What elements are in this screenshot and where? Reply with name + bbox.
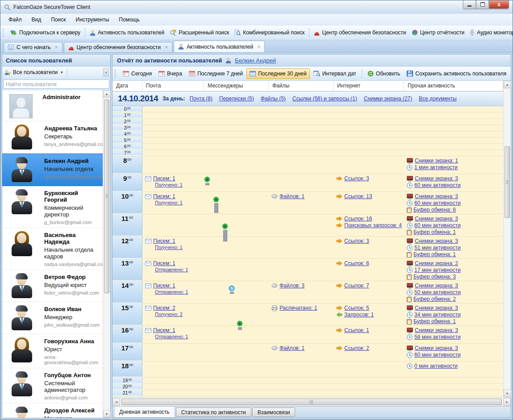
scroll-up-icon[interactable]: ▲ [504,81,511,88]
internet-link[interactable]: Запросов: 1 [344,312,374,318]
mail-sub-link[interactable]: Получено: 1 [155,200,183,206]
menu-item[interactable]: Помощь [114,15,145,24]
other-activity-link[interactable]: Снимки экрана: 3 [415,305,458,311]
other-activity-link[interactable]: 50 мин активности [414,289,461,295]
other-activity-link[interactable]: Снимки экрана: 3 [415,327,458,333]
tab[interactable]: Активность пользователей× [174,41,265,52]
other-activity-link[interactable]: Снимки экрана: 3 [415,345,458,351]
menu-item[interactable]: Вид [27,15,47,24]
menu-item[interactable]: Поиск [46,15,71,24]
internet-link[interactable]: Ссылок: 6 [344,260,369,266]
action-button[interactable]: Обновить [364,68,403,79]
mail-link[interactable]: Писем: 1 [153,175,175,182]
other-activity-link[interactable]: Буфер обмена: 6 [413,207,456,213]
other-activity-link[interactable]: 34 мин активности [414,312,461,318]
restore-button[interactable] [476,0,489,9]
bottom-tab[interactable]: Дневная активность [114,407,175,418]
user-list-item[interactable]: Андреева ТатьянаСекретарьtanya_andreeva@… [2,121,103,154]
summary-link[interactable]: Почта (8) [190,96,213,102]
icq-indicator[interactable] [222,223,228,241]
other-activity-link[interactable]: Снимки экрана: 3 [415,283,458,289]
other-activity-link[interactable]: Буфер обмена: 1 [413,318,456,324]
internet-link[interactable]: Ссылок: 16 [344,216,372,222]
filter-overflow-button[interactable]: ▾ [103,68,109,77]
tab[interactable]: С чего начать× [4,42,63,52]
other-activity-link[interactable]: Снимки экрана: 3 [415,216,458,222]
internet-link[interactable]: Поисковых запросов: 4 [344,222,402,229]
internet-link[interactable]: Ссылок: 5 [344,305,369,311]
other-activity-link[interactable]: Буфер обмена: 1 [413,229,456,235]
toolbar-button[interactable]: Центр отчётности [409,28,467,37]
summary-link[interactable]: Все документы [419,96,457,102]
toolbar-button[interactable]: Аудио мониторинг [467,28,513,37]
minimize-button[interactable] [463,0,476,9]
other-activity-link[interactable]: 0 мин активности [414,363,458,369]
date-range-button[interactable]: Вчера [155,68,185,79]
toolbar-button[interactable]: Расширенный поиск [167,28,232,37]
toolbar-button[interactable]: Подключиться к серверу [7,28,83,37]
user-search-input[interactable] [3,79,109,89]
scrollbar-thumb[interactable] [104,100,109,293]
mail-sub-link[interactable]: Отправлено: 1 [155,289,188,295]
date-range-button[interactable]: Интервал дат [310,68,359,79]
other-activity-link[interactable]: 60 мин активности [414,222,461,229]
close-button[interactable]: x [489,0,509,9]
other-activity-link[interactable]: Снимки экрана: 3 [415,193,458,200]
mail-link[interactable]: Писем: 1 [153,260,175,266]
scrollbar-thumb[interactable] [121,399,502,405]
mail-link[interactable]: Писем: 1 [153,193,175,200]
other-activity-link[interactable]: Снимки экрана: 3 [415,175,458,182]
users-filter-dropdown[interactable]: Все пользователи [13,69,58,75]
other-activity-link[interactable]: 58 мин активности [414,334,461,340]
toolbar-grip[interactable] [3,28,5,37]
icq-indicator[interactable] [204,176,210,185]
tab[interactable]: Центр обеспечения безопасности× [64,42,173,52]
scroll-down-icon[interactable]: ▼ [504,390,511,397]
internet-link[interactable]: Ссылок: 3 [344,175,369,182]
summary-link[interactable]: Снимки экрана (27) [364,96,412,102]
user-list-scrollbar[interactable]: ▲ ▼ [103,90,110,418]
date-range-button[interactable]: Сегодня [120,68,155,79]
toolbar-button[interactable]: Активность пользователей [87,28,167,37]
internet-link[interactable]: Ссылок: 2 [344,345,369,351]
other-activity-link[interactable]: Снимки экрана: 1 [415,158,458,164]
toolbar-button[interactable]: Комбинированный поиск [232,28,307,37]
user-list-item[interactable]: Васильева НадеждаНачальник отдела кадров… [2,228,103,270]
tab-close-icon[interactable]: × [55,45,58,50]
menu-item[interactable]: Инструменты [71,15,115,24]
mail-sub-link[interactable]: Получено: 1 [155,245,183,250]
internet-link[interactable]: Ссылок: 7 [344,283,369,289]
summary-link[interactable]: Ссылки (56) и запросы (1) [292,96,357,102]
icq-indicator[interactable] [237,320,243,330]
summary-link[interactable]: Переписки (5) [219,96,254,102]
horizontal-scrollbar[interactable]: ◄ ► [113,397,511,406]
other-activity-link[interactable]: 51 мин активности [414,245,461,251]
file-link[interactable]: Файлов: 1 [279,193,304,200]
file-link[interactable]: Файлов: 3 [279,283,304,289]
mail-link[interactable]: Писем: 1 [153,283,175,289]
mail-sub-link[interactable]: Отправлено: 1 [155,267,188,273]
mail-sub-link[interactable]: Отправлено: 1 [155,334,188,340]
user-list-item[interactable]: Ветров ФедорВедущий юристfedor_vetrov@gm… [2,270,103,302]
user-list-item[interactable]: Волков ИванМенеджерjohn_wolkow@gmail.com [2,302,103,334]
other-activity-link[interactable]: 1 мин активности [414,164,458,170]
scroll-down-icon[interactable]: ▼ [103,410,111,418]
tab-close-icon[interactable]: × [165,45,168,50]
user-list-item[interactable]: Бурковский ГеоргийКоммерческий директорg… [2,186,103,228]
mail-link[interactable]: Писем: 1 [153,327,175,333]
date-range-button[interactable]: Последние 7 дней [186,68,246,79]
other-activity-link[interactable]: 17 мин активности [414,267,461,273]
menu-item[interactable]: Файл [4,15,27,24]
icq-indicator[interactable] [213,196,219,213]
chevron-down-icon[interactable]: ▼ [60,71,63,75]
scroll-left-icon[interactable]: ◄ [113,398,120,406]
file-link[interactable]: Файлов: 1 [279,345,304,351]
bottom-tab[interactable]: Взаимосвязи [252,408,296,417]
mail-link[interactable]: Писем: 1 [153,238,175,244]
other-activity-link[interactable]: Буфер обмена: 2 [413,296,456,302]
other-activity-link[interactable]: Снимки экрана: 2 [415,260,458,266]
tab-close-icon[interactable]: × [257,45,260,49]
selected-user-link[interactable]: Белкин Андрей [235,57,276,64]
scroll-right-icon[interactable]: ► [503,398,511,406]
user-list-item[interactable]: Голубцов АнтонСистемный администраторant… [2,368,103,403]
